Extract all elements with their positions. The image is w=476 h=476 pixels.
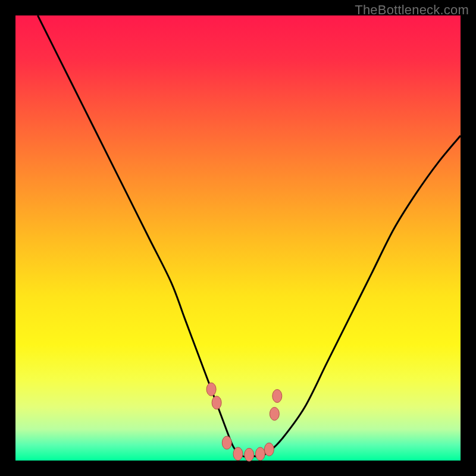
watermark-text: TheBottleneck.com bbox=[355, 2, 469, 18]
marker-group bbox=[206, 383, 282, 461]
marker-point bbox=[206, 383, 216, 396]
marker-point bbox=[273, 390, 282, 403]
chart-svg bbox=[15, 15, 461, 461]
marker-point bbox=[222, 436, 231, 449]
marker-point bbox=[264, 443, 274, 456]
marker-point bbox=[255, 447, 265, 461]
bottleneck-curve bbox=[37, 15, 461, 457]
marker-point bbox=[270, 407, 279, 420]
chart-frame: TheBottleneck.com bbox=[0, 0, 476, 476]
marker-point bbox=[233, 447, 243, 461]
plot-area bbox=[15, 15, 461, 461]
marker-point bbox=[212, 396, 221, 409]
marker-point bbox=[245, 448, 254, 461]
